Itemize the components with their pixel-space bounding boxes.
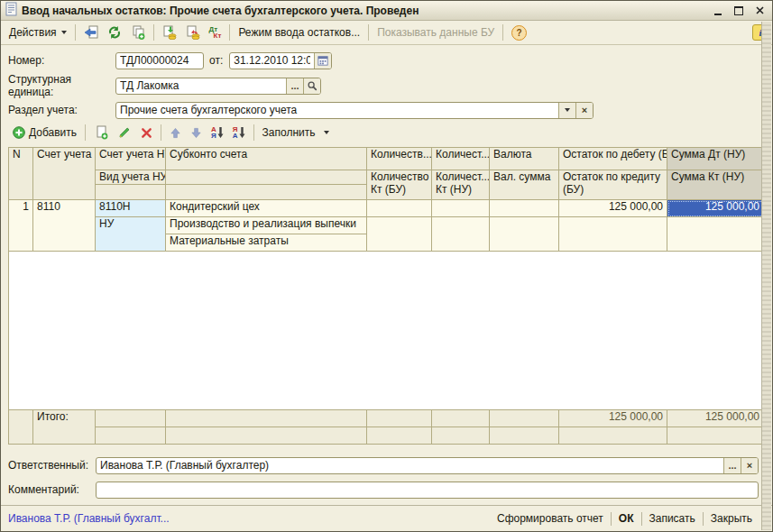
cell-account-nu[interactable]: 8110Н	[96, 200, 166, 217]
total-kind-nu	[96, 427, 166, 445]
header-subconto-2	[166, 170, 367, 185]
current-user-link[interactable]: Иванова Т.Р. (Главный бухгалт...	[8, 512, 490, 525]
document-window: Ввод начальных остатков: Прочие счета бу…	[0, 0, 773, 532]
minimize-button[interactable]	[710, 4, 726, 17]
number-field-group	[115, 52, 204, 69]
header-subconto: Субконто счета	[166, 148, 367, 170]
total-debit-balance-bu: 125 000,00	[559, 410, 667, 427]
sort-asc-button[interactable]: А Я	[207, 123, 228, 142]
unit-open-button[interactable]	[303, 78, 320, 94]
cell-currency[interactable]	[490, 200, 559, 217]
balances-grid: N Счет учета Счет учета НУ Субконто счет…	[8, 147, 764, 445]
move-up-button[interactable]	[165, 123, 186, 142]
comment-label: Комментарий:	[8, 483, 96, 496]
header-sum-kt-nu: Сумма Кт (НУ)	[667, 170, 764, 200]
responsible-row: Ответственный: ... ×	[8, 456, 759, 474]
calendar-button[interactable]	[314, 53, 331, 69]
grid-empty-cell[interactable]	[9, 252, 764, 410]
close-form-button[interactable]: Закрыть	[704, 512, 759, 525]
responsible-label: Ответственный:	[8, 459, 96, 472]
reread-button[interactable]	[79, 23, 103, 42]
section-row: Раздел учета: ×	[8, 101, 761, 119]
refresh-button[interactable]	[103, 23, 126, 42]
cell-currency-amount[interactable]	[490, 217, 559, 252]
edit-row-button[interactable]	[113, 123, 136, 142]
unit-input[interactable]	[116, 78, 286, 94]
generate-report-button[interactable]: Сформировать отчет	[490, 512, 611, 525]
header-qty-kt-bu: Количество Кт (БУ)	[367, 170, 432, 200]
cell-account[interactable]: 8110	[33, 200, 96, 252]
toolbar-separator	[253, 124, 254, 141]
responsible-select-button[interactable]: ...	[723, 458, 741, 473]
sort-letters: А Я	[211, 126, 216, 139]
total-account-nu	[96, 410, 166, 427]
date-field-group	[229, 52, 332, 69]
delete-icon	[141, 127, 152, 139]
help-button[interactable]: ?	[507, 23, 531, 42]
arrow-down-icon	[217, 126, 224, 139]
chevron-down-icon	[565, 108, 570, 112]
ok-button[interactable]: ОК	[612, 512, 641, 525]
edit-pencil-icon	[117, 125, 132, 140]
copy-row-button[interactable]	[89, 123, 113, 142]
sort-asc-icon: А Я	[211, 126, 224, 139]
cell-subconto-1[interactable]: Кондитерский цех	[166, 200, 367, 217]
section-input[interactable]	[116, 103, 558, 118]
toolbar-separator	[85, 124, 86, 141]
copy-button[interactable]	[126, 23, 150, 42]
show-postings-button[interactable]: Дт Кт	[205, 23, 226, 42]
header-currency: Валюта	[490, 148, 559, 170]
copy-row-icon	[94, 125, 108, 140]
totals-row-2	[9, 427, 764, 445]
cell-subconto-2[interactable]: Производство и реализация выпечки	[166, 217, 367, 234]
cell-qty-kt-bu[interactable]	[367, 217, 432, 252]
post-document-button[interactable]	[158, 23, 181, 42]
header-qty-dt-bu: Количеств...	[367, 148, 432, 170]
cell-credit-balance-bu[interactable]	[559, 217, 667, 252]
section-dropdown-button[interactable]	[558, 103, 575, 118]
fill-menu-button[interactable]: Заполнить	[258, 123, 334, 142]
cell-qty-dt-bu[interactable]	[367, 200, 432, 217]
show-bu-data-button[interactable]: Показывать данные БУ	[373, 23, 499, 42]
actions-menu-button[interactable]: Действия	[5, 23, 71, 42]
add-row-button[interactable]: Добавить	[8, 123, 81, 142]
total-n	[9, 410, 33, 445]
sort-letters: Я А	[233, 126, 238, 139]
close-button[interactable]	[751, 4, 768, 17]
save-button[interactable]: Записать	[642, 512, 703, 525]
section-label: Раздел учета:	[8, 104, 115, 116]
comment-input[interactable]	[97, 482, 758, 498]
cell-debit-balance-bu[interactable]: 125 000,00	[559, 200, 667, 217]
titlebar: Ввод начальных остатков: Прочие счета бу…	[1, 1, 772, 21]
add-icon	[13, 126, 25, 139]
date-input[interactable]	[230, 53, 314, 69]
toolbar-separator	[368, 24, 369, 41]
chevron-down-icon	[61, 31, 67, 34]
cell-sum-kt-nu[interactable]	[667, 217, 764, 252]
toolbar-separator	[502, 24, 503, 41]
clear-icon: ×	[747, 460, 752, 471]
unit-select-button[interactable]: ...	[286, 78, 303, 94]
cell-qty-kt-nu[interactable]	[432, 217, 490, 252]
balances-mode-button[interactable]: Режим ввода остатков...	[234, 23, 364, 42]
maximize-button[interactable]	[731, 4, 747, 17]
actions-menu-label: Действия	[9, 26, 57, 39]
cell-qty-dt-nu[interactable]	[432, 200, 490, 217]
responsible-input[interactable]	[97, 458, 723, 473]
cell-sum-dt-nu-selected[interactable]: 125 000,00	[667, 200, 764, 217]
header-qty-dt-nu: Количест...	[432, 148, 490, 170]
form-scrollbar[interactable]	[761, 22, 771, 530]
statusbar: Иванова Т.Р. (Главный бухгалт... Сформир…	[1, 505, 772, 531]
unpost-document-button[interactable]	[181, 23, 205, 42]
responsible-clear-button[interactable]: ×	[741, 458, 758, 473]
cell-kind-nu[interactable]: НУ	[96, 217, 166, 252]
sort-desc-button[interactable]: Я А	[228, 123, 250, 142]
total-qty-kt-bu	[367, 427, 432, 445]
delete-row-button[interactable]	[136, 123, 157, 142]
section-clear-button[interactable]: ×	[575, 103, 593, 118]
total-sum-dt-nu: 125 000,00	[667, 410, 764, 427]
cell-subconto-3[interactable]: Материальные затраты	[166, 234, 367, 252]
move-down-button[interactable]	[186, 123, 207, 142]
cell-row-number[interactable]: 1	[9, 200, 33, 252]
number-input[interactable]	[116, 53, 203, 69]
